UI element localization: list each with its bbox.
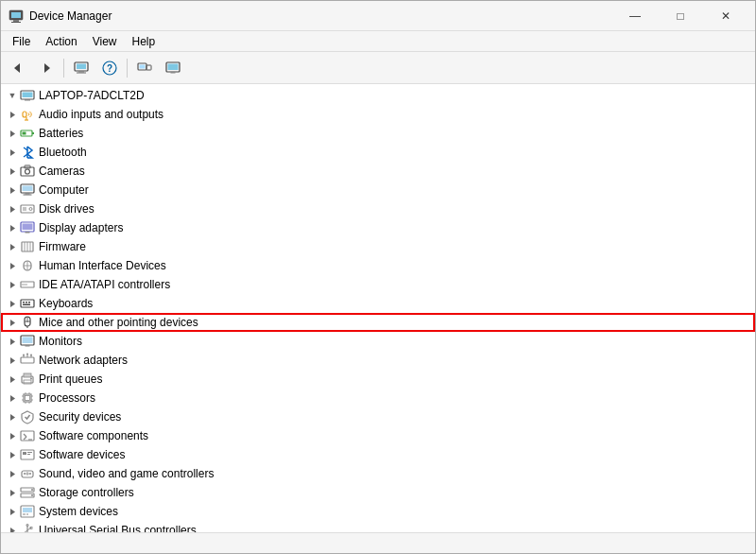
tree-item[interactable]: Display adapters [1,218,755,237]
tree-item-expander[interactable] [5,296,20,311]
tree-view[interactable]: ▼ LAPTOP-7ADCLT2D Audio inputs and outpu… [1,84,755,532]
svg-rect-68 [23,304,30,306]
tree-item-label: Cameras [39,164,85,178]
tree-item-expander[interactable] [5,466,20,481]
tree-item-expander[interactable] [5,390,20,406]
toolbar: ? [1,52,755,84]
svg-rect-9 [77,72,86,73]
tree-item[interactable]: System devices [1,502,755,521]
tree-item-expander[interactable] [5,315,20,330]
root-expander[interactable]: ▼ [5,88,20,103]
tree-item[interactable]: Storage controllers [1,483,755,502]
tree-item-expander[interactable] [5,409,20,424]
tree-root-item[interactable]: ▼ LAPTOP-7ADCLT2D [1,86,755,105]
monitor-icon-btn[interactable] [160,56,186,80]
tree-item-expander[interactable] [5,164,20,179]
root-icon [20,88,35,103]
tree-item-icon [20,428,35,443]
tree-item[interactable]: Print queues [1,370,755,389]
tree-item[interactable]: Firmware [1,237,755,256]
tree-item-icon [20,201,35,216]
svg-marker-124 [10,509,15,515]
tree-item[interactable]: IDE ATA/ATAPI controllers [1,275,755,294]
menu-help[interactable]: Help [125,31,163,52]
tree-item-expander[interactable] [5,485,20,500]
tree-item-expander[interactable] [5,504,20,519]
svg-marker-78 [10,357,15,364]
tree-item[interactable]: Monitors [1,332,755,351]
tree-item-expander[interactable] [5,428,20,443]
device-icon-btn[interactable] [131,56,158,80]
tree-item[interactable]: Security devices [1,407,755,426]
back-button[interactable] [5,56,31,80]
svg-marker-54 [10,263,15,269]
tree-item[interactable]: Computer [1,181,755,199]
tree-item[interactable]: Batteries [1,124,755,143]
tree-item-expander[interactable] [5,145,20,160]
tree-item[interactable]: Human Interface Devices [1,256,755,275]
svg-marker-25 [10,130,15,137]
menu-bar: File Action View Help [1,31,755,52]
tree-item[interactable]: Audio inputs and outputs [1,105,755,124]
app-icon [9,9,24,24]
svg-marker-108 [10,452,15,459]
tree-item-expander[interactable] [5,201,20,216]
tree-item-icon [20,107,35,122]
tree-item-expander[interactable] [5,277,20,292]
forward-button[interactable] [33,56,60,80]
svg-rect-110 [23,452,26,455]
menu-action[interactable]: Action [38,31,84,52]
tree-item[interactable]: Universal Serial Bus controllers [1,521,755,532]
tree-item-expander[interactable] [5,126,20,141]
svg-rect-64 [21,300,34,307]
toolbar-separator-1 [63,59,64,78]
svg-line-105 [24,434,26,437]
tree-item-expander[interactable] [5,334,20,349]
tree-item-expander[interactable] [5,239,20,254]
tree-item-icon [20,258,35,273]
tree-item-expander[interactable] [5,523,20,532]
tree-item[interactable]: Network adapters [1,351,755,370]
tree-item[interactable]: Bluetooth [1,143,755,162]
close-button[interactable]: ✕ [704,1,747,31]
tree-item-icon [20,390,35,406]
svg-rect-76 [23,338,33,344]
tree-item-label: Storage controllers [39,486,134,499]
menu-view[interactable]: View [85,31,125,52]
tree-item-icon [20,220,35,235]
tree-item-expander[interactable] [5,258,20,273]
computer-icon-btn[interactable] [68,56,94,80]
svg-rect-66 [26,302,27,303]
window-controls: — □ ✕ [613,1,747,31]
svg-marker-113 [10,471,15,477]
tree-item-expander[interactable] [5,182,20,198]
tree-item[interactable]: Cameras [1,162,755,181]
help-icon-btn[interactable]: ? [96,56,123,80]
tree-item-expander[interactable] [5,353,20,368]
svg-rect-16 [168,63,179,70]
tree-item[interactable]: Disk drives [1,199,755,218]
svg-rect-14 [146,65,151,70]
tree-item[interactable]: Sound, video and game controllers [1,464,755,483]
tree-item-icon [20,353,35,368]
svg-marker-29 [10,149,15,156]
svg-marker-31 [10,168,15,175]
tree-item-icon [20,296,35,311]
tree-item[interactable]: Keyboards [1,294,755,313]
tree-item[interactable]: Software components [1,426,755,445]
tree-item-expander[interactable] [5,372,20,387]
tree-item[interactable]: Mice and other pointing devices [1,313,755,332]
tree-item[interactable]: Software devices [1,445,755,464]
tree-item[interactable]: Processors [1,389,755,407]
svg-marker-5 [44,63,50,73]
tree-item-expander[interactable] [5,220,20,235]
maximize-button[interactable]: □ [659,1,702,31]
tree-item-expander[interactable] [5,107,20,122]
tree-item-expander[interactable] [5,447,20,462]
menu-file[interactable]: File [5,31,38,52]
minimize-button[interactable]: — [613,1,657,31]
svg-marker-4 [14,63,20,73]
svg-marker-45 [10,225,15,232]
svg-rect-112 [27,454,30,455]
svg-point-115 [24,473,26,475]
